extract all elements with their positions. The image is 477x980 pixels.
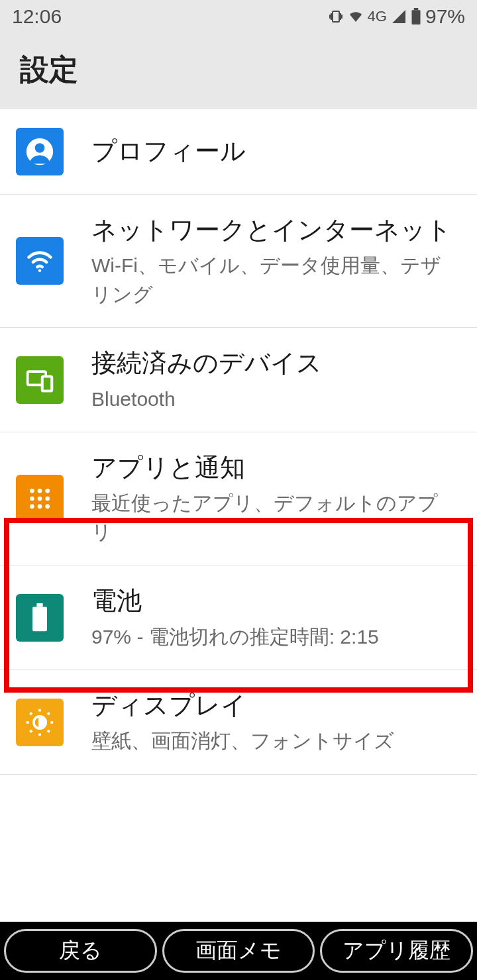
profile-icon — [16, 128, 64, 175]
display-icon — [16, 699, 64, 746]
item-subtitle: 97% - 電池切れの推定時間: 2:15 — [91, 622, 454, 652]
svg-rect-22 — [36, 603, 42, 607]
item-title: 電池 — [91, 584, 454, 618]
status-bar: 12:06 4G 97% — [0, 0, 477, 33]
item-title: 接続済みのデバイス — [91, 346, 454, 380]
settings-item-cutoff[interactable]: … — [0, 775, 477, 804]
nav-screen-memo-button[interactable]: 画面メモ — [162, 929, 315, 973]
svg-line-28 — [48, 730, 50, 732]
battery-percent: 97% — [425, 5, 465, 28]
devices-icon — [16, 356, 64, 404]
status-time: 12:06 — [12, 5, 62, 28]
item-title: アプリと通知 — [91, 451, 454, 485]
settings-item-display[interactable]: ディスプレイ 壁紙、画面消灯、フォントサイズ — [0, 670, 477, 775]
apps-icon — [16, 475, 64, 522]
svg-rect-5 — [411, 10, 420, 24]
svg-point-13 — [30, 489, 34, 493]
svg-line-32 — [48, 712, 50, 714]
network-label: 4G — [368, 8, 387, 25]
item-subtitle: Bluetooth — [91, 385, 454, 414]
item-title: ネットワークとインターネット — [91, 213, 454, 247]
item-subtitle: 壁紙、画面消灯、フォントサイズ — [91, 726, 454, 756]
content: 設定 プロフィール ネットワークとインターネット Wi-Fi、モバイル、データ使… — [0, 33, 477, 922]
svg-point-18 — [45, 497, 50, 501]
svg-line-31 — [30, 730, 32, 732]
svg-point-19 — [30, 505, 34, 509]
settings-list: プロフィール ネットワークとインターネット Wi-Fi、モバイル、データ使用量、… — [0, 109, 477, 804]
battery-icon — [16, 594, 64, 642]
nav-app-history-button[interactable]: アプリ履歴 — [320, 929, 473, 973]
signal-icon — [391, 9, 407, 24]
placeholder-icon — [16, 781, 64, 804]
svg-rect-6 — [414, 8, 419, 10]
svg-point-9 — [38, 270, 41, 272]
svg-rect-11 — [42, 376, 52, 391]
svg-point-8 — [35, 143, 45, 153]
svg-point-17 — [38, 497, 42, 501]
settings-item-profile[interactable]: プロフィール — [0, 109, 477, 195]
settings-item-apps-notifications[interactable]: アプリと通知 最近使ったアプリ、デフォルトのアプリ — [0, 432, 477, 565]
item-subtitle: Wi-Fi、モバイル、データ使用量、テザリング — [91, 251, 454, 309]
svg-point-20 — [38, 505, 42, 509]
page-title: 設定 — [20, 50, 457, 89]
status-right: 4G 97% — [328, 5, 465, 28]
header: 設定 — [0, 33, 477, 109]
wifi-icon — [348, 9, 364, 24]
settings-item-battery[interactable]: 電池 97% - 電池切れの推定時間: 2:15 — [0, 565, 477, 670]
vibrate-icon — [328, 9, 344, 24]
svg-point-21 — [45, 505, 50, 509]
svg-point-14 — [38, 489, 42, 493]
svg-rect-0 — [333, 11, 339, 22]
svg-point-15 — [45, 489, 50, 493]
item-subtitle: 最近使ったアプリ、デフォルトのアプリ — [91, 489, 454, 546]
settings-item-connected-devices[interactable]: 接続済みのデバイス Bluetooth — [0, 328, 477, 432]
bottom-nav: 戻る 画面メモ アプリ履歴 — [0, 922, 477, 980]
battery-icon — [411, 8, 421, 25]
item-title: ディスプレイ — [91, 689, 454, 722]
svg-line-27 — [30, 712, 32, 714]
wifi-icon — [16, 237, 64, 285]
svg-rect-23 — [32, 607, 47, 631]
settings-item-network[interactable]: ネットワークとインターネット Wi-Fi、モバイル、データ使用量、テザリング — [0, 195, 477, 328]
item-title: プロフィール — [91, 134, 454, 168]
nav-back-button[interactable]: 戻る — [4, 929, 157, 973]
svg-point-16 — [30, 497, 34, 501]
